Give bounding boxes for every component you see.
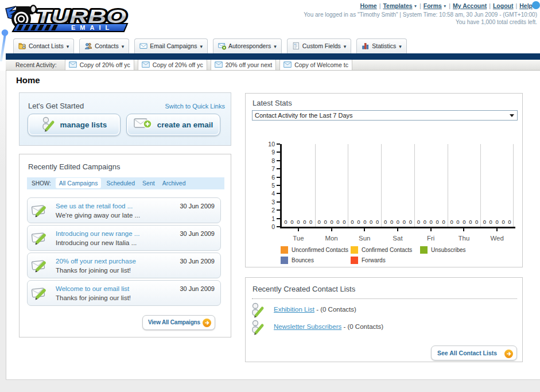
top-link-logout[interactable]: Logout [493,2,514,9]
link-separator: | [516,2,518,9]
envelope-icon [142,61,150,68]
contact-list-link[interactable]: Exhibition List [274,306,314,313]
chart-x-label: Sat [381,235,414,242]
chart-x-tick [463,228,464,231]
custom-fields-icon [292,42,300,50]
legend-label: Unconfirmed Contacts [292,247,348,253]
contact-list-link[interactable]: Newsletter Subscribers [274,323,341,330]
logo-subtitle: EMAIL [71,24,114,31]
chart-y-tick [277,177,280,178]
chart-y-label: 4 [260,190,275,197]
chart-column: 0 0 0 0 0 [348,144,381,227]
legend-swatch [281,257,288,264]
help-bubble-icon[interactable] [532,1,540,9]
contact-lists-title: Recently Created Contact Lists [252,285,355,293]
tab-autoresponders[interactable]: Autoresponders▾ [213,38,282,53]
legend-label: Bounces [292,257,314,263]
chart-y-tick [277,209,280,211]
recently-edited-campaigns-panel: Recently Edited Campaigns SHOW:All Campa… [19,154,231,337]
contact-lists-icon [18,42,26,50]
manage-lists-button[interactable]: manage lists [28,114,121,136]
filter-tab-all-campaigns[interactable]: All Campaigns [56,178,102,188]
top-link-my-account[interactable]: My Account [453,2,487,9]
recent-activity-item[interactable]: Copy of Welcome tc [279,60,352,70]
login-info: You are logged in as "Timothy Smith" | S… [304,11,537,18]
top-link-help[interactable]: Help [519,2,533,9]
tab-contact-lists[interactable]: Contact Lists▾ [13,38,74,53]
top-nav-links: Home|Templates▼|Forms▼|My Account|Logout… [360,2,533,9]
legend-item: Unsubscribes [420,246,466,254]
chart-y-label: 2 [260,207,275,214]
campaign-row[interactable]: See us at the retail food ...We're givin… [27,197,221,223]
chart-x-label: Fri [414,235,448,242]
envelope-pencil-icon [31,285,48,302]
credits-info: You have 1,000 total credits left. [456,19,537,25]
campaign-date: 30 Jun 2009 [180,203,215,209]
tab-label: Email Campaigns [150,42,197,49]
campaign-subtitle: Introducing our new Italia ... [56,238,139,247]
chart-y-tick [277,226,280,227]
envelope-pencil-icon [31,230,48,247]
chart-y-tick [277,152,280,153]
legend-item: Forwards [351,257,386,264]
chevron-down-icon: ▾ [67,44,69,49]
chart-values: 0 0 0 0 0 [282,219,315,225]
recent-activity-item[interactable]: Copy of 20% off yc [138,60,207,70]
chart-y-label: 6 [260,174,275,181]
chart-y-tick [277,185,280,186]
campaign-title[interactable]: 20% off your next purchase [56,257,136,266]
tab-statistics[interactable]: Statistics▾ [356,38,407,53]
legend-swatch [281,246,288,254]
chart-x-label: Wed [480,235,514,242]
view-all-campaigns-button[interactable]: View All Campaigns [142,315,215,330]
filter-tab-sent[interactable]: Sent [142,180,155,187]
filter-tab-archived[interactable]: Archived [162,180,186,187]
link-separator: | [419,2,421,9]
chart-values: 0 0 0 0 0 [316,219,348,225]
top-link-templates[interactable]: Templates [383,2,412,9]
manage-lists-label: manage lists [60,121,107,129]
tab-custom-fields[interactable]: Custom Fields▾ [287,38,352,53]
top-link-home[interactable]: Home [360,2,377,9]
chart-x-tick [496,228,498,231]
person-pencil-icon [251,302,263,317]
campaign-row[interactable]: Welcome to our email listThanks for join… [27,280,221,306]
top-link-forms[interactable]: Forms [424,2,442,9]
chart-x-label: Mon [315,235,348,242]
get-started-panel: Let's Get Started Switch to Quick Links … [19,92,231,146]
campaign-date: 30 Jun 2009 [180,258,215,265]
tab-contacts[interactable]: Contacts▾ [79,38,129,53]
campaign-subtitle: Thanks for joining our list! [56,266,136,275]
chart-x-label: Sun [348,235,381,242]
legend-swatch [351,246,358,254]
create-an-email-button[interactable]: create an email [126,114,220,136]
switch-to-quick-links-link[interactable]: Switch to Quick Links [165,103,225,110]
see-all-contact-lists-button[interactable]: See All Contact Lists [431,346,517,360]
filter-tab-scheduled[interactable]: Scheduled [106,180,135,187]
recent-activity-item[interactable]: Copy of 20% off yc [65,60,134,70]
recent-activity-item[interactable]: 20% off your next [211,60,277,70]
chart-values: 0 0 0 0 0 [382,219,414,225]
campaign-row[interactable]: 20% off your next purchaseThanks for joi… [27,253,221,278]
dotted-divider [252,298,517,299]
campaign-title[interactable]: See us at the retail food ... [56,201,140,211]
chart-y-label: 5 [260,182,275,189]
chart-y-label: 3 [260,199,275,205]
person-pencil-icon [251,319,263,334]
tab-email-campaigns[interactable]: Email Campaigns▾ [134,38,208,53]
chevron-down-icon: ▼ [443,4,446,8]
chevron-down-icon: ▾ [344,44,347,49]
campaign-title[interactable]: Welcome to our email list [56,284,131,293]
tab-label: Contact Lists [29,42,64,49]
envelope-icon [215,61,223,68]
contact-list-count: - (0 Contacts) [314,306,356,313]
get-started-title: Let's Get Started [28,102,84,110]
recent-activity-label: Recent Activity: [15,61,57,68]
campaign-title[interactable]: Introducing our new range ... [56,229,139,238]
campaigns-title: Recently Edited Campaigns [28,162,120,171]
campaign-row[interactable]: Introducing our new range ...Introducing… [27,225,221,251]
recent-activity-item-label: Copy of 20% off yc [153,61,203,68]
campaign-rows: See us at the retail food ...We're givin… [27,197,221,308]
chevron-down-icon: ▾ [274,44,277,49]
chart-column: 0 0 0 0 0 [282,144,315,227]
